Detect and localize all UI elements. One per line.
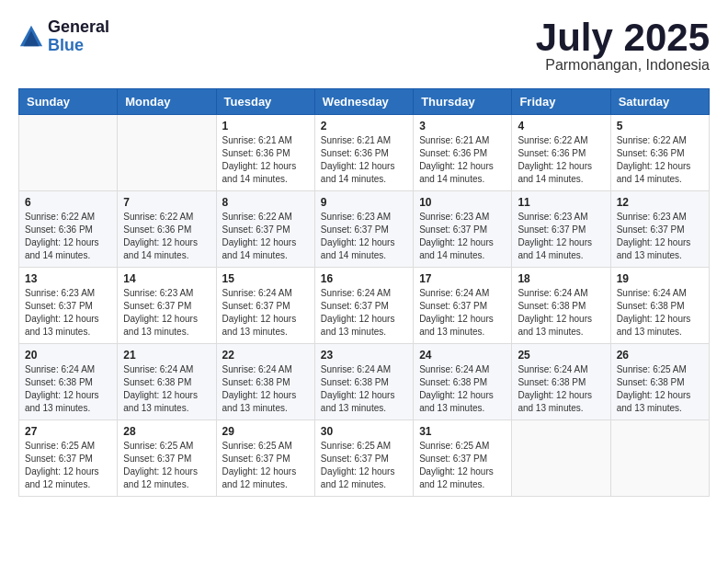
day-cell: 2Sunrise: 6:21 AM Sunset: 6:36 PM Daylig… — [314, 115, 413, 191]
day-info: Sunrise: 6:23 AM Sunset: 6:37 PM Dayligh… — [617, 211, 703, 262]
day-info: Sunrise: 6:24 AM Sunset: 6:38 PM Dayligh… — [123, 363, 210, 415]
day-cell: 10Sunrise: 6:23 AM Sunset: 6:37 PM Dayli… — [414, 191, 512, 268]
day-info: Sunrise: 6:21 AM Sunset: 6:36 PM Dayligh… — [419, 134, 506, 186]
day-number: 10 — [419, 196, 506, 209]
day-info: Sunrise: 6:25 AM Sunset: 6:37 PM Dayligh… — [419, 440, 506, 491]
day-number: 12 — [617, 196, 703, 209]
day-number: 28 — [123, 425, 210, 438]
day-info: Sunrise: 6:25 AM Sunset: 6:37 PM Dayligh… — [123, 440, 210, 491]
day-cell: 16Sunrise: 6:24 AM Sunset: 6:37 PM Dayli… — [314, 268, 413, 344]
day-info: Sunrise: 6:24 AM Sunset: 6:38 PM Dayligh… — [518, 287, 604, 339]
day-cell: 1Sunrise: 6:21 AM Sunset: 6:36 PM Daylig… — [216, 115, 314, 191]
day-cell: 21Sunrise: 6:24 AM Sunset: 6:38 PM Dayli… — [118, 344, 216, 420]
day-info: Sunrise: 6:22 AM Sunset: 6:36 PM Dayligh… — [123, 211, 210, 262]
day-number: 5 — [617, 120, 703, 132]
day-cell: 19Sunrise: 6:24 AM Sunset: 6:38 PM Dayli… — [610, 268, 709, 344]
day-cell: 3Sunrise: 6:21 AM Sunset: 6:36 PM Daylig… — [414, 115, 512, 191]
day-cell: 17Sunrise: 6:24 AM Sunset: 6:37 PM Dayli… — [414, 268, 512, 344]
day-cell: 30Sunrise: 6:25 AM Sunset: 6:37 PM Dayli… — [314, 420, 413, 497]
day-info: Sunrise: 6:21 AM Sunset: 6:36 PM Dayligh… — [222, 134, 309, 186]
day-info: Sunrise: 6:24 AM Sunset: 6:37 PM Dayligh… — [321, 287, 407, 339]
day-cell: 20Sunrise: 6:24 AM Sunset: 6:38 PM Dayli… — [19, 344, 118, 420]
day-info: Sunrise: 6:25 AM Sunset: 6:37 PM Dayligh… — [321, 440, 407, 491]
day-cell: 24Sunrise: 6:24 AM Sunset: 6:38 PM Dayli… — [414, 344, 512, 420]
day-number: 2 — [321, 120, 407, 132]
day-info: Sunrise: 6:24 AM Sunset: 6:37 PM Dayligh… — [419, 287, 506, 339]
week-row-1: 1Sunrise: 6:21 AM Sunset: 6:36 PM Daylig… — [19, 115, 710, 191]
header-cell-sunday: Sunday — [19, 89, 118, 115]
day-number: 30 — [321, 425, 407, 438]
day-cell: 22Sunrise: 6:24 AM Sunset: 6:38 PM Dayli… — [216, 344, 314, 420]
day-number: 24 — [419, 349, 506, 362]
day-info: Sunrise: 6:24 AM Sunset: 6:38 PM Dayligh… — [419, 363, 506, 415]
day-info: Sunrise: 6:23 AM Sunset: 6:37 PM Dayligh… — [25, 287, 111, 339]
day-cell: 12Sunrise: 6:23 AM Sunset: 6:37 PM Dayli… — [610, 191, 709, 268]
day-number: 19 — [617, 272, 703, 285]
day-cell: 23Sunrise: 6:24 AM Sunset: 6:38 PM Dayli… — [314, 344, 413, 420]
header-cell-monday: Monday — [118, 89, 216, 115]
day-info: Sunrise: 6:25 AM Sunset: 6:37 PM Dayligh… — [222, 440, 309, 491]
day-info: Sunrise: 6:24 AM Sunset: 6:37 PM Dayligh… — [222, 287, 309, 339]
day-info: Sunrise: 6:23 AM Sunset: 6:37 PM Dayligh… — [321, 211, 407, 262]
day-number: 21 — [123, 349, 210, 362]
day-cell: 4Sunrise: 6:22 AM Sunset: 6:36 PM Daylig… — [512, 115, 610, 191]
day-number: 29 — [222, 425, 309, 438]
day-number: 1 — [222, 120, 309, 132]
logo-general: General — [48, 18, 109, 37]
day-cell: 27Sunrise: 6:25 AM Sunset: 6:37 PM Dayli… — [19, 420, 118, 497]
day-number: 26 — [617, 349, 703, 362]
day-number: 25 — [518, 349, 604, 362]
header-cell-tuesday: Tuesday — [216, 89, 314, 115]
day-cell: 7Sunrise: 6:22 AM Sunset: 6:36 PM Daylig… — [118, 191, 216, 268]
day-info: Sunrise: 6:22 AM Sunset: 6:36 PM Dayligh… — [518, 134, 604, 186]
day-info: Sunrise: 6:23 AM Sunset: 6:37 PM Dayligh… — [518, 211, 604, 262]
week-row-5: 27Sunrise: 6:25 AM Sunset: 6:37 PM Dayli… — [19, 420, 710, 497]
day-cell: 14Sunrise: 6:23 AM Sunset: 6:37 PM Dayli… — [118, 268, 216, 344]
day-info: Sunrise: 6:25 AM Sunset: 6:38 PM Dayligh… — [617, 363, 703, 415]
header-cell-friday: Friday — [512, 89, 610, 115]
day-number: 8 — [222, 196, 309, 209]
day-number: 13 — [25, 272, 111, 285]
day-info: Sunrise: 6:24 AM Sunset: 6:38 PM Dayligh… — [617, 287, 703, 339]
day-cell: 5Sunrise: 6:22 AM Sunset: 6:36 PM Daylig… — [610, 115, 709, 191]
week-row-2: 6Sunrise: 6:22 AM Sunset: 6:36 PM Daylig… — [19, 191, 710, 268]
logo: General Blue — [18, 18, 109, 55]
day-number: 4 — [518, 120, 604, 132]
day-number: 20 — [25, 349, 111, 362]
week-row-4: 20Sunrise: 6:24 AM Sunset: 6:38 PM Dayli… — [19, 344, 710, 420]
location: Parmonangan, Indonesia — [536, 57, 710, 74]
day-number: 16 — [321, 272, 407, 285]
day-info: Sunrise: 6:24 AM Sunset: 6:38 PM Dayligh… — [222, 363, 309, 415]
day-cell — [19, 115, 118, 191]
header-cell-thursday: Thursday — [414, 89, 512, 115]
logo-blue: Blue — [48, 37, 109, 55]
day-cell: 18Sunrise: 6:24 AM Sunset: 6:38 PM Dayli… — [512, 268, 610, 344]
day-cell — [512, 420, 610, 497]
day-cell: 29Sunrise: 6:25 AM Sunset: 6:37 PM Dayli… — [216, 420, 314, 497]
day-cell: 26Sunrise: 6:25 AM Sunset: 6:38 PM Dayli… — [610, 344, 709, 420]
header-cell-saturday: Saturday — [610, 89, 709, 115]
day-info: Sunrise: 6:22 AM Sunset: 6:36 PM Dayligh… — [25, 211, 111, 262]
day-number: 9 — [321, 196, 407, 209]
day-number: 22 — [222, 349, 309, 362]
day-number: 11 — [518, 196, 604, 209]
day-number: 6 — [25, 196, 111, 209]
day-number: 7 — [123, 196, 210, 209]
day-info: Sunrise: 6:25 AM Sunset: 6:37 PM Dayligh… — [25, 440, 111, 491]
calendar-table: SundayMondayTuesdayWednesdayThursdayFrid… — [18, 88, 710, 497]
day-info: Sunrise: 6:24 AM Sunset: 6:38 PM Dayligh… — [518, 363, 604, 415]
week-row-3: 13Sunrise: 6:23 AM Sunset: 6:37 PM Dayli… — [19, 268, 710, 344]
day-number: 27 — [25, 425, 111, 438]
day-info: Sunrise: 6:24 AM Sunset: 6:38 PM Dayligh… — [25, 363, 111, 415]
day-info: Sunrise: 6:22 AM Sunset: 6:37 PM Dayligh… — [222, 211, 309, 262]
day-number: 31 — [419, 425, 506, 438]
day-info: Sunrise: 6:22 AM Sunset: 6:36 PM Dayligh… — [617, 134, 703, 186]
day-cell: 9Sunrise: 6:23 AM Sunset: 6:37 PM Daylig… — [314, 191, 413, 268]
day-cell: 11Sunrise: 6:23 AM Sunset: 6:37 PM Dayli… — [512, 191, 610, 268]
month-title: July 2025 — [536, 18, 710, 57]
day-number: 17 — [419, 272, 506, 285]
day-cell: 8Sunrise: 6:22 AM Sunset: 6:37 PM Daylig… — [216, 191, 314, 268]
day-cell: 28Sunrise: 6:25 AM Sunset: 6:37 PM Dayli… — [118, 420, 216, 497]
day-number: 18 — [518, 272, 604, 285]
day-info: Sunrise: 6:23 AM Sunset: 6:37 PM Dayligh… — [419, 211, 506, 262]
